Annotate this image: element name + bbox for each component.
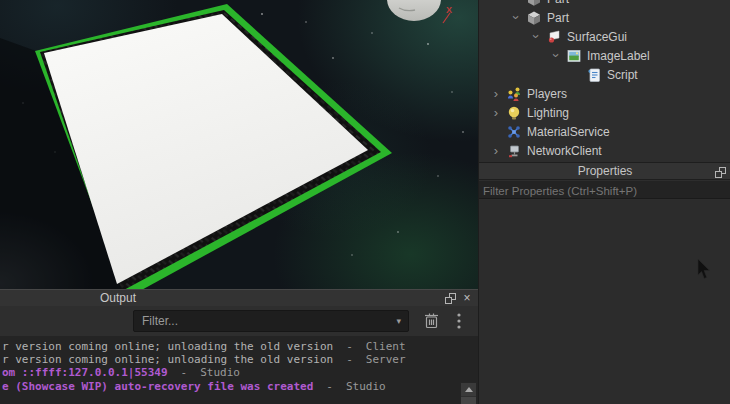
explorer-item-players[interactable]: › Players	[479, 84, 730, 103]
output-options-kebab-icon[interactable]	[452, 311, 466, 331]
part-icon	[526, 10, 542, 26]
properties-filter-input[interactable]	[479, 183, 730, 200]
output-log-line-selected: e (Showcase WIP) auto-recovery file was …	[2, 380, 386, 393]
output-scrollbar[interactable]	[460, 382, 477, 404]
properties-filter	[479, 181, 730, 199]
chevron-down-icon[interactable]: ›	[547, 46, 566, 66]
part-icon	[526, 0, 542, 7]
3d-viewport[interactable]: X	[0, 0, 478, 289]
explorer-item-label: NetworkClient	[527, 144, 602, 158]
viewport-scene: X	[0, 0, 478, 289]
networkclient-icon	[506, 143, 522, 159]
explorer-item-label: SurfaceGui	[567, 30, 627, 44]
explorer-item-label: ImageLabel	[587, 49, 650, 63]
chevron-down-icon[interactable]: ›	[507, 8, 526, 28]
axis-x-indicator: X	[443, 5, 452, 23]
top-sphere-object	[387, 0, 441, 21]
float-window-icon[interactable]	[445, 293, 456, 304]
scrollbar-thumb[interactable]	[461, 397, 476, 404]
chevron-down-icon: ▾	[396, 316, 408, 326]
close-icon[interactable]: ×	[461, 290, 473, 306]
properties-header: Properties	[479, 162, 730, 180]
script-icon	[586, 67, 602, 83]
clear-output-button[interactable]	[422, 311, 441, 331]
explorer-item-imagelabel[interactable]: › ImageLabel	[479, 46, 730, 65]
explorer-item-script[interactable]: › Script	[479, 65, 730, 84]
float-window-icon[interactable]	[715, 167, 726, 178]
properties-title: Properties	[578, 164, 633, 178]
output-log-line: om ::ffff:127.0.0.1|55349-Studio	[2, 366, 240, 379]
svg-text:X: X	[446, 5, 452, 15]
chevron-right-icon[interactable]: ›	[486, 141, 506, 160]
output-panel: Output × Filter... ▾ r version coming on…	[0, 289, 478, 404]
materialservice-icon	[506, 124, 522, 140]
properties-empty-area	[479, 200, 730, 404]
output-filter-placeholder: Filter...	[134, 314, 396, 328]
right-dock-panel: › Part › Part › SurfaceGui	[478, 0, 730, 404]
explorer-item-label: Players	[527, 87, 567, 101]
explorer-item-materialservice[interactable]: › MaterialService	[479, 122, 730, 141]
explorer-item-part[interactable]: › Part	[479, 8, 730, 27]
chevron-right-icon[interactable]: ›	[486, 84, 506, 103]
explorer-item-label: Script	[607, 68, 638, 82]
explorer-item-label: Lighting	[527, 106, 569, 120]
explorer-panel: › Part › Part › SurfaceGui	[479, 0, 730, 162]
players-icon	[506, 86, 522, 102]
chevron-down-icon[interactable]: ›	[527, 27, 546, 47]
explorer-item-label: Part	[547, 0, 569, 6]
explorer-item-surfacegui[interactable]: › SurfaceGui	[479, 27, 730, 46]
output-header: Output ×	[0, 290, 478, 306]
output-filter-combobox[interactable]: Filter... ▾	[133, 310, 409, 332]
output-title: Output	[100, 291, 136, 305]
imagelabel-icon	[566, 48, 582, 64]
scroll-up-icon[interactable]	[461, 383, 476, 396]
chevron-right-icon[interactable]: ›	[486, 103, 506, 122]
surfacegui-icon	[546, 29, 562, 45]
explorer-item-label: Part	[547, 11, 569, 25]
output-log[interactable]: r version coming online; unloading the o…	[0, 336, 478, 404]
lighting-icon	[506, 105, 522, 121]
output-log-line: r version coming online; unloading the o…	[2, 353, 406, 366]
roblox-studio-window: X › Part › Part ›	[0, 0, 730, 404]
output-toolbar: Filter... ▾	[0, 306, 478, 336]
explorer-item-lighting[interactable]: › Lighting	[479, 103, 730, 122]
explorer-item-networkclient[interactable]: › NetworkClient	[479, 141, 730, 160]
output-log-line: r version coming online; unloading the o…	[2, 340, 406, 353]
explorer-item-label: MaterialService	[527, 125, 610, 139]
